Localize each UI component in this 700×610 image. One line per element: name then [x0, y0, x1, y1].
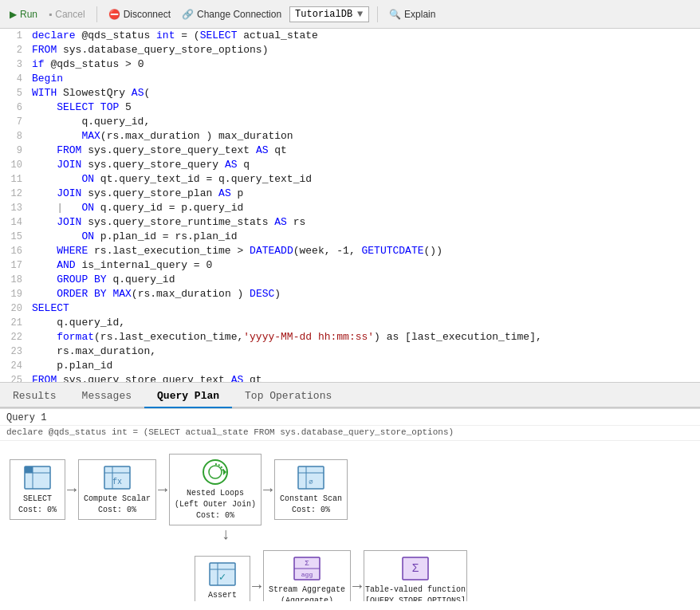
line-content: p.plan_id — [29, 359, 700, 373]
run-button[interactable]: ▶ Run — [6, 7, 41, 22]
node-label: Constant Scan — [280, 494, 342, 505]
svg-text:✓: ✓ — [219, 571, 226, 584]
code-line: 15 ON p.plan_id = rs.plan_id — [0, 230, 700, 244]
node-label: Compute Scalar — [84, 494, 151, 505]
code-line: 6 SELECT TOP 5 — [0, 100, 700, 115]
change-connection-icon: 🔗 — [182, 9, 194, 20]
explain-icon: 🔍 — [389, 9, 401, 20]
line-number: 16 — [0, 244, 29, 258]
tab-results[interactable]: Results — [0, 385, 69, 408]
code-line: 13 | ON q.query_id = p.query_id — [0, 201, 700, 215]
separator-1 — [96, 6, 97, 22]
dropdown-arrow-icon: ▼ — [357, 9, 363, 20]
line-number: 1 — [0, 29, 29, 43]
code-line: 5WITH SlowestQry AS( — [0, 86, 700, 100]
separator-2 — [377, 6, 378, 22]
code-line: 1declare @qds_status int = (SELECT actua… — [0, 29, 700, 43]
tab-top-operations[interactable]: Top Operations — [232, 385, 344, 408]
node-label: Nested Loops(Left Outer Join) — [175, 488, 256, 510]
line-number: 23 — [0, 344, 29, 359]
plan-node: ✓AssertCost: 0% — [195, 556, 250, 601]
line-number: 2 — [0, 43, 29, 57]
code-line: 10 JOIN sys.query_store_query AS q — [0, 158, 700, 172]
line-content: WITH SlowestQry AS( — [29, 86, 700, 100]
code-editor[interactable]: 1declare @qds_status int = (SELECT actua… — [0, 29, 700, 383]
code-line: 2FROM sys.database_query_store_options) — [0, 43, 700, 57]
line-number: 3 — [0, 57, 29, 72]
line-content: format(rs.last_execution_time,'yyyy-MM-d… — [29, 330, 700, 344]
down-arrow-icon: ↓ — [221, 525, 230, 544]
plan-row-2: ✓AssertCost: 0%→ΣaggStream Aggregate(Agg… — [195, 550, 690, 601]
line-content: ORDER BY MAX(rs.max_duration ) DESC) — [29, 287, 700, 301]
line-content: | ON q.query_id = p.query_id — [29, 201, 700, 215]
node-cost: Cost: 0% — [196, 510, 234, 521]
change-connection-button[interactable]: 🔗 Change Connection — [179, 7, 285, 22]
code-line: 3if @qds_status > 0 — [0, 57, 700, 72]
line-number: 13 — [0, 201, 29, 215]
node-icon: ✓ — [208, 560, 237, 588]
code-line: 9 FROM sys.query_store_query_text AS qt — [0, 144, 700, 158]
node-label: SELECT — [23, 494, 52, 505]
line-content: JOIN sys.query_store_runtime_stats AS rs — [29, 215, 700, 230]
node-icon: ∅ — [297, 463, 325, 492]
code-line: 14 JOIN sys.query_store_runtime_stats AS… — [0, 215, 700, 230]
database-selector[interactable]: TutorialDB ▼ — [289, 6, 369, 22]
code-line: 24 p.plan_id — [0, 359, 700, 373]
svg-text:Σ: Σ — [305, 560, 309, 568]
line-content: AND is_internal_query = 0 — [29, 258, 700, 273]
right-arrow-icon: → — [156, 481, 169, 499]
line-content: FROM sys.database_query_store_options) — [29, 43, 700, 57]
cancel-button[interactable]: ▪ Cancel — [45, 7, 88, 22]
line-number: 21 — [0, 316, 29, 330]
code-line: 18 GROUP BY q.query_id — [0, 273, 700, 287]
node-icon — [23, 463, 52, 492]
line-number: 17 — [0, 258, 29, 273]
code-line: 22 format(rs.last_execution_time,'yyyy-M… — [0, 330, 700, 344]
line-content: MAX(rs.max_duration ) max_duration — [29, 129, 700, 144]
code-line: 12 JOIN sys.query_store_plan AS p — [0, 187, 700, 201]
run-label: Run — [20, 9, 37, 20]
line-content: SELECT — [29, 301, 700, 316]
query-label: Query 1 — [0, 409, 700, 426]
explain-button[interactable]: 🔍 Explain — [386, 7, 438, 22]
right-arrow-icon: → — [351, 577, 364, 596]
line-content: q.query_id, — [29, 316, 700, 330]
svg-text:Σ: Σ — [412, 562, 419, 575]
line-number: 14 — [0, 215, 29, 230]
line-number: 11 — [0, 172, 29, 187]
node-cost: Cost: 0% — [98, 505, 136, 516]
line-content: if @qds_status > 0 — [29, 57, 700, 72]
line-number: 5 — [0, 86, 29, 100]
code-line: 4Begin — [0, 72, 700, 86]
cancel-icon: ▪ — [49, 9, 52, 20]
line-content: ON p.plan_id = rs.plan_id — [29, 230, 700, 244]
plan-node: fxCompute ScalarCost: 0% — [78, 459, 156, 520]
line-number: 15 — [0, 230, 29, 244]
node-cost: Cost: 0% — [292, 505, 330, 516]
line-number: 7 — [0, 115, 29, 129]
line-content: JOIN sys.query_store_plan AS p — [29, 187, 700, 201]
code-line: 7 q.query_id, — [0, 115, 700, 129]
results-panel: Query 1 declare @qds_status int = (SELEC… — [0, 408, 700, 610]
cancel-label: Cancel — [55, 9, 85, 20]
code-line: 25FROM sys.query_store_query_text AS qt — [0, 373, 700, 383]
run-icon: ▶ — [10, 9, 17, 20]
line-number: 6 — [0, 100, 29, 115]
node-label: Table-valued function[QUERY_STORE_OPTION… — [365, 584, 466, 601]
code-line: 16 WHERE rs.last_execution_time > DATEAD… — [0, 244, 700, 258]
tab-messages[interactable]: Messages — [69, 385, 144, 408]
node-icon: Σagg — [293, 554, 321, 583]
node-label: Stream Aggregate(Aggregate) — [269, 584, 345, 601]
tab-query-plan[interactable]: Query Plan — [144, 385, 232, 408]
disconnect-icon: ⛔ — [108, 9, 120, 20]
disconnect-button[interactable]: ⛔ Disconnect — [105, 7, 174, 22]
explain-label: Explain — [404, 9, 435, 20]
node-cost: Cost: 0% — [18, 505, 57, 516]
node-icon — [201, 458, 230, 486]
plan-node: Nested Loops(Left Outer Join)Cost: 0% — [169, 454, 262, 525]
svg-text:agg: agg — [301, 571, 313, 578]
down-arrow-row: ↓ — [221, 525, 690, 544]
query-plan-canvas: SELECTCost: 0%→fxCompute ScalarCost: 0%→… — [0, 441, 700, 601]
svg-rect-3 — [25, 466, 33, 473]
line-content: rs.max_duration, — [29, 344, 700, 359]
